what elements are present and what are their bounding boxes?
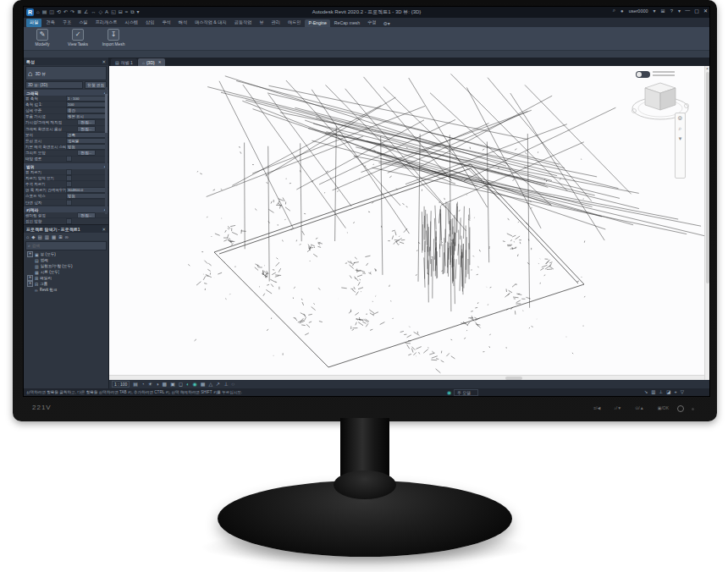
properties-scrollbar[interactable] (105, 87, 108, 214)
vertical-scroll-thumb[interactable] (706, 72, 709, 283)
property-checkbox[interactable] (66, 200, 72, 206)
property-edit-button[interactable]: 편집... (77, 119, 96, 125)
browser-families-icon[interactable]: ▦ (52, 234, 56, 239)
select-pinned-elements-icon[interactable]: ⊥ (659, 389, 664, 395)
collaborate-icon[interactable]: ◉ (447, 390, 451, 396)
search-input[interactable] (32, 244, 91, 248)
property-value[interactable]: 정의별 (66, 138, 107, 144)
app-store-icon[interactable]: ⊞ (661, 8, 665, 14)
search-icon[interactable]: ⌕ (613, 8, 615, 14)
property-edit-button[interactable]: 편집... (77, 212, 96, 218)
text-icon[interactable]: A (105, 8, 108, 17)
ribbon-tab-7[interactable]: 삽입 (142, 19, 157, 27)
graphics-toggle[interactable] (636, 71, 650, 78)
aligned-dimension-icon[interactable]: ↔ (91, 8, 96, 17)
browser-favorites-icon[interactable]: ◆ (31, 234, 35, 239)
view-scale-button[interactable]: 1 : 100 (112, 381, 130, 388)
property-value[interactable]: 100 (66, 102, 107, 107)
displacement-sets-icon[interactable]: ↗ (216, 381, 220, 388)
property-section-header[interactable]: 카메라▴ (24, 206, 108, 212)
type-selector[interactable]: ⌂ 3D 뷰 (25, 66, 107, 80)
browser-groups-icon[interactable]: ⊞ (58, 234, 63, 239)
minimize-button[interactable]: — (685, 8, 690, 14)
selection-filter-icon[interactable]: ▽ (681, 389, 684, 395)
property-checkbox[interactable] (66, 218, 72, 224)
worksharing-display-icon[interactable]: ◌ (231, 381, 234, 388)
ribbon-tab-3[interactable]: 구조 (59, 19, 74, 27)
switch-windows-icon[interactable]: ⧉ (130, 8, 134, 17)
property-value[interactable]: 없음 (66, 144, 107, 150)
ribbon-tab-9[interactable]: 해석 (175, 19, 190, 27)
tree-item[interactable]: +▥일람표/수량 (모두) (24, 263, 108, 269)
select-links-icon[interactable]: ↘ (644, 389, 648, 395)
tree-item[interactable]: +⊞패밀리 (24, 275, 108, 281)
property-checkbox[interactable] (66, 169, 72, 175)
ribbon-tab-16[interactable]: ReCap mesh (331, 19, 363, 27)
vertical-scrollbar[interactable]: ▲ (704, 66, 709, 380)
ribbon-tab-13[interactable]: 관리 (268, 19, 284, 27)
ribbon-tab-12[interactable]: 뷰 (256, 19, 267, 27)
property-value[interactable]: 건축 (66, 132, 107, 138)
property-value[interactable]: 1 : 100 (66, 96, 107, 102)
undo-icon[interactable]: ↶ (63, 8, 68, 17)
browser-links-icon[interactable]: ∞ (65, 234, 69, 239)
property-checkbox[interactable] (66, 156, 72, 162)
property-edit-button[interactable]: 편집... (77, 150, 96, 156)
property-checkbox[interactable] (66, 181, 72, 187)
tree-item[interactable]: +▣뷰 (모두) (24, 251, 108, 257)
browser-views-icon[interactable]: ▤ (38, 234, 42, 239)
scroll-up-icon[interactable]: ▲ (705, 66, 709, 71)
navbar-caret-icon[interactable]: ▾ (676, 134, 685, 144)
temporary-view-properties-icon[interactable]: ▦ (201, 381, 206, 388)
tag-icon[interactable]: ◇ (98, 8, 102, 17)
tree-item[interactable]: +▦시트 (모두) (24, 269, 108, 275)
ribbon-tab-11[interactable]: 공동작업 (231, 19, 256, 27)
default-3d-view-icon[interactable]: ◱ (111, 8, 116, 17)
edit-type-button[interactable]: 유형 편집 (85, 81, 107, 89)
zoom-tool-icon[interactable]: ⌕ (676, 124, 685, 134)
reveal-hidden-elements-icon[interactable]: ◉ (193, 381, 197, 388)
sun-path-icon[interactable]: ☀ (148, 381, 152, 388)
ribbon-tab-5[interactable]: 프리캐스트 (92, 19, 121, 27)
ribbon-tab-8[interactable]: 주석 (158, 19, 174, 27)
property-value[interactable]: 없음 (66, 193, 107, 199)
select-underlay-elements-icon[interactable]: ▥ (651, 389, 655, 395)
redo-icon[interactable]: ↷ (70, 8, 74, 17)
crop-view-icon[interactable]: ▣ (170, 381, 175, 388)
osd-label[interactable]: ≡/◀ (593, 405, 600, 410)
temporary-hide-isolate-icon[interactable]: ◐ (186, 381, 190, 388)
ribbon-tab-1[interactable]: 파일 (26, 19, 41, 27)
active-workset[interactable]: 주 모델 (454, 389, 478, 396)
drawing-area[interactable]: ⊚ ⌕ ▾ ▲ (109, 66, 709, 380)
save-icon[interactable]: ◫ (49, 8, 54, 17)
ribbon-tab-4[interactable]: 스틸 (75, 19, 91, 27)
modelfy-button[interactable]: ✎Modelfy (29, 29, 56, 47)
view-tasks-button[interactable]: ✓View Tasks (64, 29, 91, 47)
project-browser-close-icon[interactable]: ✕ (102, 227, 106, 232)
help-caret-icon[interactable]: ▾ (678, 8, 681, 14)
home-icon[interactable]: ⌂ (36, 8, 40, 17)
person-icon[interactable]: ● (620, 8, 624, 14)
visual-style-icon[interactable]: ◔ (141, 381, 145, 388)
ribbon-tab-14[interactable]: 애드인 (284, 19, 305, 27)
user-caret-icon[interactable]: ▾ (654, 8, 656, 14)
tree-item[interactable]: +▤범례 (24, 257, 108, 263)
osd-label[interactable]: ⊙/▲ (635, 405, 644, 410)
show-crop-region-icon[interactable]: ◻ (179, 381, 183, 388)
browser-sheets-icon[interactable]: ▥ (45, 234, 49, 239)
osd-label[interactable]: ♪/▼ (614, 405, 621, 410)
show-analytical-model-icon[interactable]: △ (208, 381, 212, 388)
rendering-dialog-icon[interactable]: ▩ (163, 381, 168, 388)
help-icon[interactable]: ? (670, 8, 673, 14)
view-tab-2[interactable]: ⌂{3D}✕ (138, 58, 166, 66)
ribbon-tab-15[interactable]: P-Engine (305, 19, 329, 27)
shadows-icon[interactable]: ◑ (156, 381, 159, 388)
ribbon-tab-6[interactable]: 시스템 (121, 19, 141, 27)
select-elements-by-face-icon[interactable]: ◪ (666, 389, 670, 395)
section-icon[interactable]: ⊟ (119, 8, 123, 17)
measure-icon[interactable]: ∠ (84, 8, 88, 17)
property-value[interactable]: 원본 표시 (66, 113, 107, 119)
osd-label[interactable]: ▣/OK (658, 405, 669, 410)
type-instance[interactable]: 3D 뷰: {3D} (25, 81, 83, 89)
tree-expand-icon[interactable]: + (27, 281, 33, 287)
